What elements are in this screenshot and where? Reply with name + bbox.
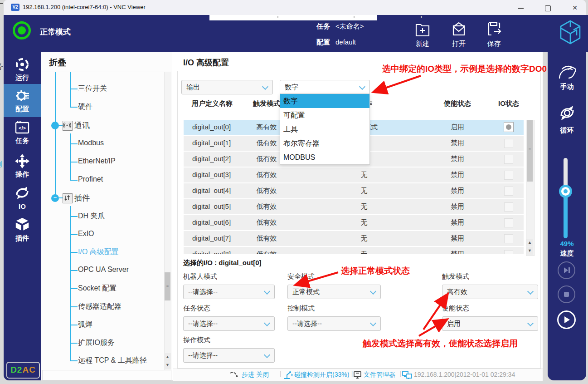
tree-item-15[interactable]: 扩展IO服务: [78, 338, 115, 348]
tree-item-2[interactable]: 硬件: [78, 102, 92, 112]
tree-item-8[interactable]: DH 夹爪: [78, 212, 105, 221]
form-select-4[interactable]: --请选择--: [287, 316, 381, 331]
maximize-button[interactable]: [541, 4, 554, 11]
cell-trigger: 低有效: [257, 218, 277, 227]
tree-scrollbar[interactable]: [164, 72, 171, 370]
titlebar[interactable]: V2 192.168.1.200 (intel-corei7-64:0) - V…: [4, 0, 586, 15]
form-select-2[interactable]: 高有效: [442, 285, 538, 299]
form-select-value: 正常模式: [292, 288, 320, 296]
tree-item-4[interactable]: Modbus: [78, 139, 104, 147]
file-manager-link[interactable]: 文件管理器: [364, 371, 395, 379]
tree-scroll-down-icon[interactable]: ▼: [164, 361, 171, 369]
close-button[interactable]: ✕: [568, 4, 582, 11]
table-row[interactable]: digital_out[4]低有效无禁用: [184, 183, 524, 198]
tree-item-11[interactable]: OPC UA Server: [78, 266, 129, 274]
io-state-checkbox[interactable]: [504, 171, 513, 180]
io-state-checkbox[interactable]: [504, 218, 513, 227]
stop-button[interactable]: [558, 286, 575, 303]
io-state-checkbox[interactable]: [504, 250, 513, 254]
table-row[interactable]: digital_out[6]低有效无禁用: [184, 215, 524, 230]
sidebar-item-config[interactable]: 配置: [4, 87, 41, 114]
dropdown-option-可配置[interactable]: 可配置: [280, 108, 369, 122]
cell-enable: 禁用: [451, 202, 464, 211]
collision-icon: [283, 370, 293, 379]
sidebar-item-plugin[interactable]: 插件: [4, 215, 41, 243]
form-select-3[interactable]: --请选择--: [183, 316, 275, 331]
table-scroll-up-icon[interactable]: ▲: [526, 239, 533, 246]
cell-trigger: 低有效: [257, 155, 277, 163]
tree-item-5[interactable]: EtherNet/IP: [78, 157, 116, 165]
io-state-checkbox[interactable]: [504, 202, 513, 212]
form-select-1[interactable]: 正常模式: [287, 285, 381, 299]
tree-node-7[interactable]: 插件: [74, 193, 90, 203]
form-label-6: 操作模式: [183, 336, 210, 345]
new-button[interactable]: 新建: [409, 20, 436, 48]
tree-scrollbar-thumb[interactable]: ≡: [165, 272, 170, 300]
table-row[interactable]: digital_out[5]低有效无禁用: [184, 199, 524, 214]
cell-enable: 禁用: [451, 139, 464, 148]
dropdown-option-布尔寄存器[interactable]: 布尔寄存器: [280, 136, 369, 150]
background-window-fragment: [0, 3, 3, 4]
column-header-name: 用户定义名称: [192, 99, 233, 108]
form-select-0[interactable]: --请选择--: [183, 285, 275, 299]
table-row[interactable]: digital_out[3]低有效无禁用: [184, 167, 524, 182]
tree-item-9[interactable]: ExIO: [78, 230, 94, 238]
tree-collapse-toggle[interactable]: −: [51, 194, 59, 202]
tree-item-1[interactable]: 三位开关: [78, 84, 107, 94]
tree-item-13[interactable]: 传感器适配器: [78, 302, 121, 311]
cell-action: 无: [361, 250, 368, 254]
form-label-4: 控制模式: [287, 304, 315, 313]
tree-node-3[interactable]: 通讯: [74, 120, 90, 131]
cell-action: 无: [361, 234, 368, 243]
save-button[interactable]: 保存: [481, 20, 508, 48]
step-forward-button[interactable]: [558, 261, 575, 279]
collision-status[interactable]: 碰撞检测开启(33%): [294, 371, 349, 379]
step-status[interactable]: 步进 关闭: [242, 371, 269, 379]
io-state-checkbox[interactable]: [504, 155, 513, 164]
io-direction-select[interactable]: 输出: [181, 80, 273, 94]
sidebar-item-task[interactable]: </> 任务: [4, 119, 41, 146]
tree-connector: [58, 125, 63, 126]
io-state-checkbox[interactable]: [504, 187, 513, 196]
tree-collapse-button[interactable]: 折叠: [49, 57, 66, 69]
cell-name: digital_out[0]: [192, 123, 231, 131]
sidebar-item-run[interactable]: 运行: [4, 55, 41, 83]
vnc-toolbar-notch[interactable]: [209, 15, 377, 20]
table-scrollbar[interactable]: ≡ ▲ ▼: [526, 120, 535, 256]
cell-trigger: 低有效: [257, 250, 277, 254]
form-select-6[interactable]: --请选择--: [183, 348, 275, 363]
minimize-button[interactable]: [514, 4, 527, 11]
dropdown-option-MODBUS[interactable]: MODBUS: [280, 150, 369, 164]
open-button[interactable]: 打开: [445, 20, 472, 48]
tree-item-10[interactable]: I/O 高级配置: [78, 247, 119, 257]
tree-item-12[interactable]: Socket 配置: [78, 284, 117, 293]
io-state-checkbox[interactable]: [504, 234, 513, 243]
speed-slider-handle[interactable]: [559, 185, 572, 198]
config-label: 配置: [316, 38, 330, 47]
tree-collapse-toggle[interactable]: −: [51, 122, 59, 129]
dropdown-option-工具[interactable]: 工具: [280, 122, 369, 136]
dropdown-option-数字[interactable]: 数字: [280, 94, 369, 108]
tree-scroll-up-icon[interactable]: ▲: [164, 353, 171, 361]
play-button[interactable]: [557, 310, 576, 329]
table-row[interactable]: digital_out[8]低有效无禁用: [184, 247, 524, 254]
tree-item-16[interactable]: 远程 TCP & 工具路径: [78, 356, 147, 365]
form-select-value: --请选择--: [292, 320, 322, 328]
cell-enable: 启用: [451, 123, 464, 132]
tree-item-6[interactable]: Profinet: [78, 175, 103, 183]
table-scrollbar-thumb[interactable]: ≡: [527, 120, 533, 182]
cycle-mode-button[interactable]: 循环: [548, 103, 586, 135]
io-state-radio[interactable]: [504, 122, 514, 132]
sidebar-item-io[interactable]: IO: [4, 183, 41, 212]
chevron-down-icon: [264, 320, 270, 326]
io-type-select[interactable]: 数字: [280, 80, 370, 94]
speed-label: 速度: [548, 249, 586, 258]
table-row[interactable]: digital_out[7]低有效无禁用: [184, 231, 524, 246]
sidebar-item-operate[interactable]: 操作: [4, 152, 41, 179]
tree-item-14[interactable]: 弧焊: [78, 320, 92, 330]
form-select-5[interactable]: 启用: [442, 316, 538, 331]
io-state-checkbox[interactable]: [504, 139, 513, 148]
table-scroll-down-icon[interactable]: ▼: [526, 247, 533, 255]
manual-mode-button[interactable]: 手动: [548, 63, 586, 92]
robot-mode-label: 正常模式: [40, 27, 71, 37]
